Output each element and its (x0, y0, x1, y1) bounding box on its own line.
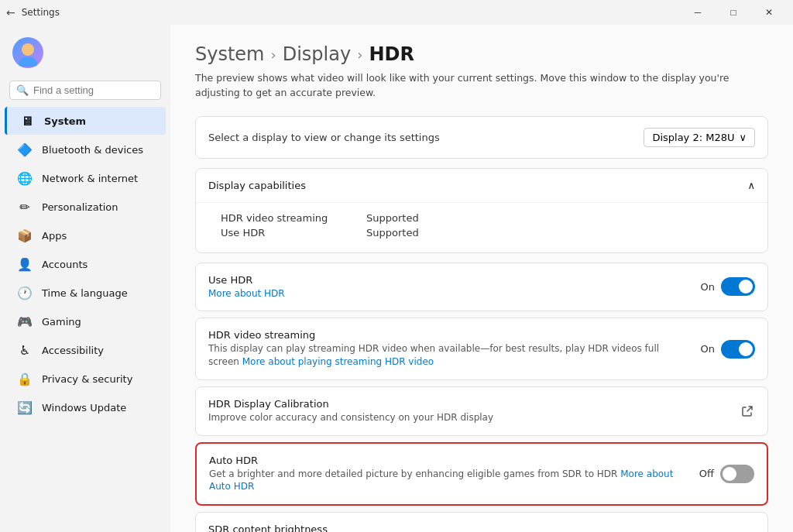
maximize-button[interactable]: □ (716, 0, 751, 25)
title-bar-controls: ─ □ ✕ (680, 0, 787, 25)
display-dropdown[interactable]: Display 2: M28U ∨ (644, 128, 755, 147)
use-hdr-info: Use HDR More about HDR (208, 274, 688, 300)
capabilities-body: HDR video streaming Supported Use HDR Su… (196, 203, 767, 252)
breadcrumb-sep1: › (271, 46, 276, 63)
svg-point-1 (19, 57, 37, 67)
nav-icon-bluetooth: 🔷 (17, 142, 33, 157)
auto-hdr-toggle[interactable] (720, 465, 754, 483)
nav-icon-accessibility: ♿ (17, 342, 33, 358)
hdr-streaming-control: On (701, 340, 755, 359)
auto-hdr-toggle-thumb (723, 467, 736, 481)
capabilities-title: Display capabilities (208, 180, 306, 191)
sidebar-item-accounts[interactable]: 👤 Accounts (5, 250, 166, 278)
external-link-icon[interactable] (740, 403, 755, 419)
sidebar-item-apps[interactable]: 📦 Apps (5, 221, 166, 249)
cap-row-streaming: HDR video streaming Supported (221, 212, 755, 224)
use-hdr-desc: More about HDR (208, 287, 688, 300)
title-bar-left: ← Settings (6, 6, 60, 19)
title-bar: ← Settings ─ □ ✕ (0, 0, 793, 25)
sidebar: 🔍 🖥 System 🔷 Bluetooth & devices 🌐 Netwo… (0, 25, 170, 532)
nav-label-system: System (44, 115, 86, 127)
back-icon[interactable]: ← (6, 6, 15, 19)
cap-label-usehdr: Use HDR (221, 227, 329, 239)
nav-icon-update: 🔄 (17, 400, 33, 415)
search-icon: 🔍 (16, 84, 29, 96)
user-avatar-section (0, 25, 170, 77)
use-hdr-row: Use HDR More about HDR On (195, 263, 768, 312)
hdr-streaming-desc: This display can play streaming HDR vide… (208, 342, 688, 369)
nav-container: 🖥 System 🔷 Bluetooth & devices 🌐 Network… (0, 106, 170, 422)
auto-hdr-toggle-label: Off (699, 468, 714, 479)
breadcrumb-display[interactable]: Display (283, 43, 351, 65)
breadcrumb-hdr: HDR (369, 43, 414, 65)
sidebar-item-network[interactable]: 🌐 Network & internet (5, 164, 166, 192)
hdr-streaming-row: HDR video streaming This display can pla… (195, 317, 768, 380)
auto-hdr-row: Auto HDR Get a brighter and more detaile… (195, 442, 768, 506)
hdr-streaming-title: HDR video streaming (208, 329, 688, 341)
use-hdr-toggle-thumb (739, 280, 753, 293)
nav-icon-apps: 📦 (17, 228, 33, 243)
hdr-streaming-link[interactable]: More about playing streaming HDR video (242, 356, 434, 367)
close-button[interactable]: ✕ (751, 0, 787, 25)
avatar[interactable] (12, 37, 43, 68)
nav-icon-personalization: ✏️ (17, 199, 33, 215)
auto-hdr-title: Auto HDR (209, 455, 687, 466)
nav-label-bluetooth: Bluetooth & devices (42, 144, 143, 156)
use-hdr-control: On (701, 277, 755, 296)
sdr-section: SDR content brightness Move this window … (195, 512, 768, 532)
cap-value-usehdr: Supported (366, 227, 419, 239)
display-value: Display 2: M28U (652, 132, 734, 143)
search-box[interactable]: 🔍 (9, 81, 161, 100)
cap-row-usehdr: Use HDR Supported (221, 227, 755, 239)
nav-label-apps: Apps (42, 230, 67, 242)
app-body: 🔍 🖥 System 🔷 Bluetooth & devices 🌐 Netwo… (0, 25, 793, 532)
capabilities-card: Display capabilities ∧ HDR video streami… (195, 168, 768, 253)
use-hdr-toggle-label: On (701, 281, 715, 293)
nav-icon-network: 🌐 (17, 170, 33, 186)
auto-hdr-link[interactable]: More about Auto HDR (209, 469, 673, 493)
hdr-calibration-control (740, 403, 755, 419)
page-subtitle: The preview shows what video will look l… (195, 71, 768, 101)
hdr-streaming-toggle[interactable] (721, 340, 755, 359)
sidebar-item-bluetooth[interactable]: 🔷 Bluetooth & devices (5, 136, 166, 163)
use-hdr-toggle[interactable] (721, 277, 755, 296)
use-hdr-title: Use HDR (208, 274, 688, 286)
sidebar-item-personalization[interactable]: ✏️ Personalization (5, 193, 166, 221)
nav-label-personalization: Personalization (42, 201, 118, 213)
window-title: Settings (22, 7, 60, 18)
sidebar-item-privacy[interactable]: 🔒 Privacy & security (5, 365, 166, 393)
hdr-calibration-row: HDR Display Calibration Improve color ac… (195, 386, 768, 436)
use-hdr-link[interactable]: More about HDR (208, 288, 285, 299)
svg-point-0 (22, 43, 34, 56)
hdr-calibration-info: HDR Display Calibration Improve color ac… (208, 398, 727, 424)
nav-icon-accounts: 👤 (17, 256, 33, 272)
nav-label-time: Time & language (42, 287, 128, 299)
cap-value-streaming: Supported (366, 212, 419, 224)
breadcrumb: System › Display › HDR (195, 43, 768, 65)
dropdown-arrow-icon: ∨ (739, 132, 747, 143)
hdr-streaming-toggle-label: On (701, 343, 715, 355)
nav-icon-system: 🖥 (19, 113, 35, 129)
breadcrumb-sep2: › (357, 46, 362, 63)
sidebar-item-update[interactable]: 🔄 Windows Update (5, 393, 166, 421)
sidebar-item-accessibility[interactable]: ♿ Accessibility (5, 336, 166, 364)
sidebar-item-system[interactable]: 🖥 System (5, 107, 166, 135)
nav-label-privacy: Privacy & security (42, 373, 132, 385)
nav-label-network: Network & internet (42, 173, 138, 184)
hdr-calibration-desc: Improve color accuracy and consistency o… (208, 411, 727, 424)
sidebar-item-time[interactable]: 🕐 Time & language (5, 279, 166, 307)
minimize-button[interactable]: ─ (680, 0, 716, 25)
nav-icon-time: 🕐 (17, 285, 33, 300)
main-content: System › Display › HDR The preview shows… (170, 25, 793, 532)
breadcrumb-system[interactable]: System (195, 43, 265, 65)
nav-label-update: Windows Update (42, 402, 126, 414)
display-selector: Select a display to view or change its s… (195, 116, 768, 159)
capabilities-header[interactable]: Display capabilities ∧ (196, 169, 767, 203)
cap-label-streaming: HDR video streaming (221, 212, 329, 224)
nav-icon-privacy: 🔒 (17, 371, 33, 386)
hdr-calibration-title: HDR Display Calibration (208, 398, 727, 410)
search-input[interactable] (33, 84, 154, 96)
capabilities-collapse-icon: ∧ (747, 180, 755, 191)
sidebar-item-gaming[interactable]: 🎮 Gaming (5, 307, 166, 335)
hdr-streaming-info: HDR video streaming This display can pla… (208, 329, 688, 369)
